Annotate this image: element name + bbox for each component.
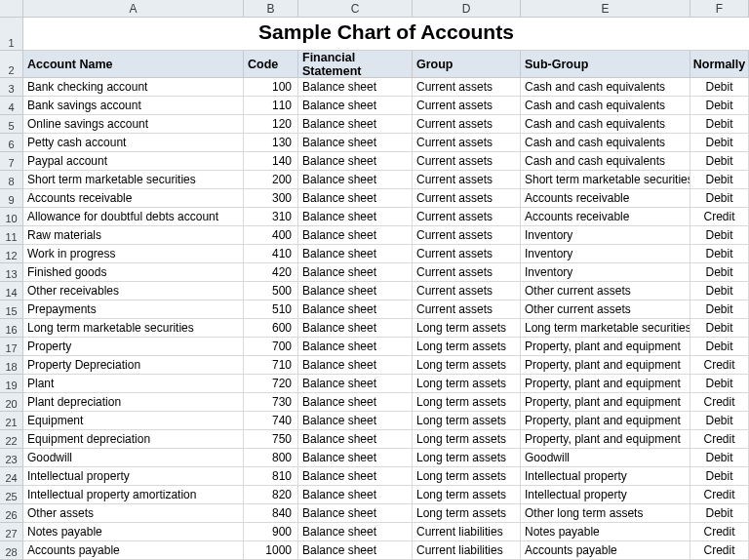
row-header-9[interactable]: 9 — [0, 189, 23, 208]
cell-group[interactable]: Long term assets — [413, 449, 521, 467]
row-header-7[interactable]: 7 — [0, 152, 23, 171]
row-header-17[interactable]: 17 — [0, 338, 23, 356]
cell-group[interactable]: Current assets — [413, 171, 521, 189]
cell-sub-group[interactable]: Cash and cash equivalents — [521, 134, 690, 152]
cell-code[interactable]: 710 — [244, 356, 298, 375]
cell-normally[interactable]: Debit — [690, 300, 749, 319]
cell-group[interactable]: Current assets — [413, 282, 521, 300]
row-header-13[interactable]: 13 — [0, 263, 23, 282]
cell-financial-statement[interactable]: Balance sheet — [298, 263, 413, 282]
header-financial-statement[interactable]: Financial Statement — [298, 51, 413, 78]
cell-account-name[interactable]: Paypal account — [23, 152, 244, 171]
cell-code[interactable]: 840 — [244, 504, 298, 523]
cell-normally[interactable]: Debit — [690, 115, 749, 134]
cell-financial-statement[interactable]: Balance sheet — [298, 189, 413, 208]
cell-sub-group[interactable]: Cash and cash equivalents — [521, 78, 690, 97]
cell-account-name[interactable]: Prepayments — [23, 300, 244, 319]
cell-financial-statement[interactable]: Balance sheet — [298, 449, 413, 467]
cell-account-name[interactable]: Property — [23, 338, 244, 356]
cell-group[interactable]: Current assets — [413, 78, 521, 97]
cell-group[interactable]: Current assets — [413, 263, 521, 282]
cell-code[interactable]: 310 — [244, 208, 298, 226]
cell-account-name[interactable]: Work in progress — [23, 245, 244, 263]
cell-normally[interactable]: Debit — [690, 226, 749, 245]
cell-group[interactable]: Long term assets — [413, 375, 521, 393]
cell-normally[interactable]: Debit — [690, 282, 749, 300]
cell-account-name[interactable]: Online savings account — [23, 115, 244, 134]
cell-financial-statement[interactable]: Balance sheet — [298, 152, 413, 171]
cell-account-name[interactable]: Bank checking account — [23, 78, 244, 97]
row-header-10[interactable]: 10 — [0, 208, 23, 226]
cell-sub-group[interactable]: Inventory — [521, 263, 690, 282]
cell-financial-statement[interactable]: Balance sheet — [298, 356, 413, 375]
cell-financial-statement[interactable]: Balance sheet — [298, 171, 413, 189]
cell-sub-group[interactable]: Other long term assets — [521, 504, 690, 523]
cell-sub-group[interactable]: Intellectual property — [521, 467, 690, 486]
cell-group[interactable]: Long term assets — [413, 338, 521, 356]
cell-account-name[interactable]: Raw materials — [23, 226, 244, 245]
cell-sub-group[interactable]: Long term marketable securities — [521, 319, 690, 338]
cell-sub-group[interactable]: Accounts receivable — [521, 208, 690, 226]
cell-normally[interactable]: Debit — [690, 263, 749, 282]
cell-financial-statement[interactable]: Balance sheet — [298, 134, 413, 152]
row-header-5[interactable]: 5 — [0, 115, 23, 134]
row-header-27[interactable]: 27 — [0, 523, 23, 541]
cell-normally[interactable]: Debit — [690, 412, 749, 430]
cell-sub-group[interactable]: Cash and cash equivalents — [521, 152, 690, 171]
header-normally[interactable]: Normally — [690, 51, 749, 78]
cell-normally[interactable]: Credit — [690, 541, 749, 560]
cell-financial-statement[interactable]: Balance sheet — [298, 208, 413, 226]
row-header-28[interactable]: 28 — [0, 541, 23, 560]
cell-financial-statement[interactable]: Balance sheet — [298, 467, 413, 486]
row-header-12[interactable]: 12 — [0, 245, 23, 263]
cell-sub-group[interactable]: Notes payable — [521, 523, 690, 541]
row-header-22[interactable]: 22 — [0, 430, 23, 449]
cell-sub-group[interactable]: Intellectual property — [521, 486, 690, 504]
cell-account-name[interactable]: Allowance for doubtful debts account — [23, 208, 244, 226]
col-header-B[interactable]: B — [244, 0, 298, 18]
row-header-14[interactable]: 14 — [0, 282, 23, 300]
cell-sub-group[interactable]: Property, plant and equipment — [521, 393, 690, 412]
cell-account-name[interactable]: Notes payable — [23, 523, 244, 541]
cell-code[interactable]: 100 — [244, 78, 298, 97]
cell-code[interactable]: 740 — [244, 412, 298, 430]
cell-normally[interactable]: Debit — [690, 78, 749, 97]
cell-account-name[interactable]: Plant depreciation — [23, 393, 244, 412]
cell-sub-group[interactable]: Other current assets — [521, 300, 690, 319]
cell-code[interactable]: 500 — [244, 282, 298, 300]
cell-code[interactable]: 300 — [244, 189, 298, 208]
cell-account-name[interactable]: Goodwill — [23, 449, 244, 467]
cell-group[interactable]: Long term assets — [413, 504, 521, 523]
cell-normally[interactable]: Credit — [690, 430, 749, 449]
cell-account-name[interactable]: Other assets — [23, 504, 244, 523]
cell-code[interactable]: 510 — [244, 300, 298, 319]
cell-code[interactable]: 810 — [244, 467, 298, 486]
cell-code[interactable]: 110 — [244, 97, 298, 115]
cell-group[interactable]: Current assets — [413, 134, 521, 152]
cell-financial-statement[interactable]: Balance sheet — [298, 319, 413, 338]
cell-account-name[interactable]: Plant — [23, 375, 244, 393]
cell-code[interactable]: 720 — [244, 375, 298, 393]
cell-normally[interactable]: Debit — [690, 189, 749, 208]
cell-account-name[interactable]: Petty cash account — [23, 134, 244, 152]
cell-financial-statement[interactable]: Balance sheet — [298, 375, 413, 393]
cell-code[interactable]: 400 — [244, 226, 298, 245]
cell-group[interactable]: Current assets — [413, 208, 521, 226]
cell-code[interactable]: 730 — [244, 393, 298, 412]
cell-code[interactable]: 700 — [244, 338, 298, 356]
cell-sub-group[interactable]: Cash and cash equivalents — [521, 115, 690, 134]
row-header-16[interactable]: 16 — [0, 319, 23, 338]
cell-code[interactable]: 410 — [244, 245, 298, 263]
col-header-D[interactable]: D — [413, 0, 521, 18]
cell-code[interactable]: 1000 — [244, 541, 298, 560]
cell-financial-statement[interactable]: Balance sheet — [298, 282, 413, 300]
row-header-4[interactable]: 4 — [0, 97, 23, 115]
col-header-F[interactable]: F — [690, 0, 749, 18]
sheet-title[interactable]: Sample Chart of Accounts — [23, 18, 749, 51]
row-header-20[interactable]: 20 — [0, 393, 23, 412]
row-header-8[interactable]: 8 — [0, 171, 23, 189]
cell-account-name[interactable]: Finished goods — [23, 263, 244, 282]
cell-normally[interactable]: Debit — [690, 134, 749, 152]
row-header-1[interactable]: 1 — [0, 18, 23, 51]
header-sub-group[interactable]: Sub-Group — [521, 51, 690, 78]
